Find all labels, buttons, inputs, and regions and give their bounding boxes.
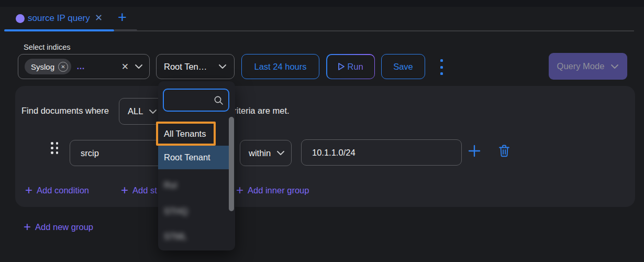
tenant-option-root-tenant[interactable]: Root Tenant (158, 146, 229, 169)
select-indices-label: Select indices (24, 43, 70, 51)
query-mode-select[interactable]: Query Mode (549, 53, 627, 80)
plus-icon: + (25, 185, 32, 195)
add-stats-label: Add st (132, 185, 157, 195)
match-type-select[interactable]: ALL (119, 98, 164, 125)
add-new-group-link[interactable]: + Add new group (24, 222, 93, 232)
chevron-down-icon[interactable] (135, 64, 143, 69)
tenant-option-redacted[interactable]: Rul (158, 173, 229, 196)
tenant-select-value: Root Ten… (164, 62, 207, 72)
indices-multiselect[interactable]: Syslog ✕ … ✕ (18, 54, 150, 79)
query-mode-label: Query Mode (557, 61, 605, 71)
chevron-down-icon (276, 150, 285, 156)
plus-icon: + (236, 185, 243, 195)
active-tab-indicator (4, 29, 114, 31)
time-range-button[interactable]: Last 24 hours (241, 54, 319, 79)
find-sentence-prefix: Find documents where (21, 106, 109, 116)
more-indices-indicator: … (76, 62, 85, 71)
run-button-inner: Run (327, 55, 374, 79)
circled-x-icon[interactable]: ✕ (58, 62, 68, 72)
match-type-value: ALL (128, 106, 143, 116)
chevron-down-icon (610, 64, 619, 69)
condition-operator-select[interactable]: within (240, 140, 292, 166)
condition-operator-value: within (249, 148, 271, 158)
drag-handle-icon[interactable] (51, 142, 58, 154)
plus-icon[interactable] (468, 144, 481, 158)
chevron-down-icon (218, 64, 227, 69)
tenant-option-all-tenants[interactable]: All Tenants (158, 122, 229, 145)
tenant-dropdown-panel: All Tenants Root Tenant Rul STHQ STML (158, 81, 235, 250)
index-chip-label: Syslog (31, 62, 54, 71)
play-icon (338, 62, 345, 71)
add-condition-link[interactable]: + Add condition (25, 185, 89, 195)
run-button-label: Run (347, 62, 363, 72)
tab-query-name[interactable]: source IP query (28, 13, 90, 24)
tenant-select[interactable]: Root Ten… (156, 54, 235, 79)
find-sentence-suffix: criteria are met. (229, 106, 290, 116)
chevron-down-icon (149, 109, 157, 114)
search-icon (214, 95, 224, 105)
add-new-group-label: Add new group (35, 222, 93, 232)
condition-value-input[interactable]: 10.1.1.0/24 (301, 139, 462, 166)
new-tab-button[interactable]: + (118, 9, 127, 26)
tenant-option-redacted[interactable]: STML (158, 225, 229, 248)
run-button[interactable]: Run (326, 54, 375, 79)
tenant-search-box[interactable] (163, 89, 229, 112)
clear-indices-icon[interactable]: ✕ (121, 61, 129, 72)
tab-status-dot-icon (16, 14, 25, 23)
trash-icon[interactable] (498, 144, 510, 158)
query-builder-app: source IP query ✕ + Select indices Syslo… (0, 0, 644, 262)
add-condition-label: Add condition (37, 185, 89, 195)
plus-icon: + (121, 185, 128, 195)
tenant-option-redacted[interactable]: STHQ (158, 200, 229, 223)
add-inner-group-link[interactable]: + Add inner group (236, 185, 309, 195)
index-chip: Syslog ✕ (25, 59, 71, 74)
close-tab-icon[interactable]: ✕ (95, 12, 103, 24)
new-tab-indicator (114, 29, 137, 31)
save-button[interactable]: Save (381, 54, 425, 79)
plus-icon: + (24, 222, 31, 232)
dropdown-scrollbar-thumb[interactable] (229, 117, 234, 211)
add-stats-link[interactable]: + Add st (121, 185, 157, 195)
window-top-strip (0, 0, 644, 7)
tenant-search-input[interactable] (164, 96, 214, 105)
add-inner-group-label: Add inner group (248, 185, 309, 195)
kebab-menu-icon[interactable] (440, 59, 443, 75)
